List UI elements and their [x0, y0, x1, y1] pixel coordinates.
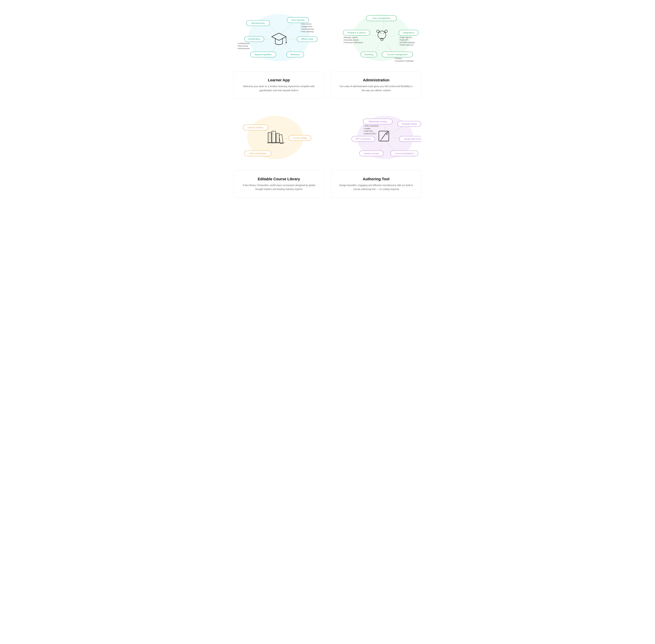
svg-point-9 — [286, 42, 287, 43]
ppt-conversion-tag: PPT conversion — [356, 137, 371, 140]
template-library-tag: Template library — [402, 122, 417, 125]
svg-text:• Images: • Images — [363, 128, 370, 130]
administration-description: Our suite of administration tools gives … — [338, 85, 414, 93]
library-diagram: Learner reviews Course ratings Micro-cre… — [234, 106, 324, 164]
svg-text:• Assignments: • Assignments — [301, 25, 312, 27]
learner-app-diagram: Microlearning Peer learning • Discussion… — [234, 7, 324, 65]
learner-surveys-tag: Learner surveys — [364, 152, 379, 155]
learner-app-description: Welcome your team to a modern learning e… — [241, 85, 317, 93]
multimedia-hosting-tag: Multimedia hosting — [369, 120, 387, 123]
gamification-tag: Gamification — [248, 38, 260, 40]
design-canva-tag: Design with Canva — [404, 137, 421, 140]
svg-text:• Actionable reports: • Actionable reports — [343, 39, 359, 41]
svg-text:• Send push notifications: • Send push notifications — [343, 42, 363, 44]
svg-text:• Social learning: • Social learning — [301, 28, 314, 30]
microlearning-tag: Microlearning — [252, 22, 265, 24]
library-title: Editable Course Library — [241, 177, 317, 181]
authoring-description: Design beautiful, engaging and effective… — [338, 183, 414, 191]
analytics-tag: Analytics & reports — [347, 31, 365, 34]
integrations-tag: Integrations — [403, 31, 414, 34]
authoring-title: Authoring Tool — [338, 177, 414, 181]
authoring-card: Authoring Tool Design beautiful, engagin… — [331, 170, 421, 198]
svg-text:• Audio files: • Audio files — [363, 130, 373, 132]
branding-tag: Branding — [364, 53, 373, 56]
spaced-repetition-tag: Spaced repetition — [255, 53, 272, 56]
svg-text:• Manager reports: • Manager reports — [343, 36, 358, 38]
svg-text:• Playlists: • Playlists — [394, 57, 402, 59]
administration-card: Administration Our suite of administrati… — [331, 72, 421, 99]
learner-app-card: Learner App Welcome your team to a moder… — [234, 72, 324, 99]
svg-text:• Peer authoring: • Peer authoring — [301, 30, 314, 32]
peer-learning-tag: Peer learning — [292, 19, 304, 21]
course-ratings-tag: Course ratings — [293, 137, 307, 139]
administration-diagram: User management Analytics & reports • Ma… — [331, 7, 421, 65]
svg-text:• Video embedding: • Video embedding — [363, 125, 379, 127]
learner-app-title: Learner App — [241, 78, 317, 83]
svg-text:• Achievements: • Achievements — [237, 47, 250, 49]
svg-text:• Public API: • Public API — [399, 39, 408, 41]
svg-text:• External URLs: • External URLs — [363, 132, 376, 134]
svg-text:• Completion certificates: • Completion certificates — [394, 60, 414, 62]
administration-title: Administration — [338, 78, 414, 83]
svg-text:• Real prizing: • Real prizing — [237, 45, 248, 47]
library-description: A free library of beautiful, world-class… — [241, 183, 317, 191]
course-translations-tag: Course translations — [395, 152, 414, 155]
svg-text:• Single Sign-On: • Single Sign-On — [399, 36, 412, 38]
svg-text:• Discussions: • Discussions — [301, 23, 312, 25]
course-management-tag: Course management — [387, 53, 408, 56]
svg-text:• Leaderboards: • Leaderboards — [237, 42, 250, 44]
learner-reviews-tag: Learner reviews — [248, 126, 263, 129]
authoring-diagram: Multimedia hosting • Video embedding • I… — [331, 106, 421, 164]
svg-text:• SCORM compliant: • SCORM compliant — [399, 42, 415, 44]
offline-mode-tag: Offline mode — [301, 38, 313, 40]
svg-text:• Virtual classroom: • Virtual classroom — [399, 44, 414, 46]
user-management-tag: User management — [372, 17, 390, 19]
library-card: Editable Course Library A free library o… — [234, 170, 324, 198]
micro-credentials-tag: Micro-credentials — [250, 152, 266, 155]
briefcase-tag: Briefcase — [291, 53, 300, 56]
